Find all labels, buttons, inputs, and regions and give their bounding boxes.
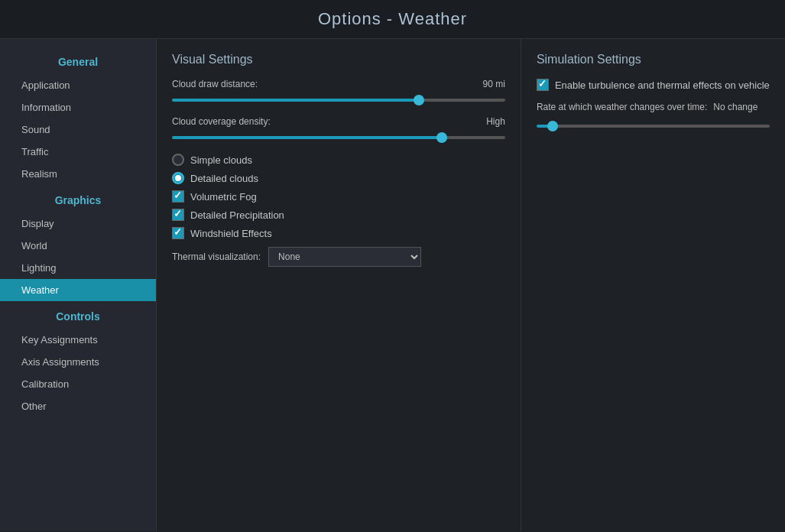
sidebar-header-general: General: [0, 47, 156, 74]
simulation-settings-panel: Simulation Settings Enable turbulence an…: [521, 39, 785, 531]
volumetric-fog-label: Volumetric Fog: [190, 191, 257, 203]
simple-clouds-row: Simple clouds: [172, 154, 505, 166]
detailed-precipitation-label: Detailed Precipitation: [190, 209, 284, 221]
detailed-clouds-radio[interactable]: [172, 172, 184, 184]
sidebar-item-sound[interactable]: Sound: [0, 118, 156, 141]
turbulence-row: Enable turbulence and thermal effects on…: [537, 79, 770, 91]
sidebar-item-traffic[interactable]: Traffic: [0, 141, 156, 163]
simple-clouds-radio[interactable]: [172, 154, 184, 166]
sidebar-item-application[interactable]: Application: [0, 74, 156, 96]
thermal-viz-select[interactable]: None Low Medium High: [268, 247, 421, 267]
detailed-clouds-label: Detailed clouds: [190, 173, 258, 184]
rate-row: Rate at which weather changes over time:…: [537, 102, 770, 112]
visual-settings-panel: Visual Settings Cloud draw distance: 90 …: [157, 39, 521, 531]
page-title: Options - Weather: [0, 0, 785, 39]
simple-clouds-label: Simple clouds: [190, 154, 252, 166]
sidebar-item-realism[interactable]: Realism: [0, 163, 156, 185]
sidebar-header-controls: Controls: [0, 301, 156, 329]
cloud-coverage-density-label: Cloud coverage density:: [172, 116, 271, 127]
thermal-viz-label: Thermal visualization:: [172, 251, 261, 262]
rate-value: No change: [713, 102, 757, 112]
rate-label: Rate at which weather changes over time:: [537, 102, 707, 112]
sidebar-item-axis-assignments[interactable]: Axis Assignments: [0, 351, 156, 373]
cloud-draw-distance-container: Cloud draw distance: 90 mi: [172, 79, 505, 104]
visual-settings-title: Visual Settings: [172, 53, 505, 66]
rate-slider[interactable]: [537, 125, 770, 128]
turbulence-label: Enable turbulence and thermal effects on…: [555, 79, 770, 91]
cloud-coverage-density-value: High: [486, 116, 505, 127]
sidebar-item-world[interactable]: World: [0, 235, 156, 257]
detailed-precipitation-checkbox[interactable]: [172, 209, 184, 221]
simulation-settings-title: Simulation Settings: [537, 53, 770, 66]
sidebar-item-weather[interactable]: Weather: [0, 279, 156, 301]
sidebar-item-display[interactable]: Display: [0, 212, 156, 235]
content-area: Visual Settings Cloud draw distance: 90 …: [157, 39, 785, 531]
cloud-type-group: Simple clouds Detailed clouds: [172, 154, 505, 184]
cloud-coverage-density-container: Cloud coverage density: High: [172, 116, 505, 141]
cloud-draw-distance-label: Cloud draw distance:: [172, 79, 258, 89]
sidebar-item-other[interactable]: Other: [0, 395, 156, 417]
sidebar-item-key-assignments[interactable]: Key Assignments: [0, 329, 156, 351]
windshield-effects-label: Windshield Effects: [190, 228, 272, 239]
windshield-effects-row: Windshield Effects: [172, 227, 505, 239]
detailed-precipitation-row: Detailed Precipitation: [172, 209, 505, 221]
cloud-draw-distance-value: 90 mi: [483, 79, 505, 89]
sidebar-header-graphics: Graphics: [0, 185, 156, 212]
windshield-effects-checkbox[interactable]: [172, 227, 184, 239]
cloud-coverage-density-slider[interactable]: [172, 136, 505, 139]
volumetric-fog-checkbox[interactable]: [172, 190, 184, 203]
detailed-clouds-row: Detailed clouds: [172, 172, 505, 184]
volumetric-fog-row: Volumetric Fog: [172, 190, 505, 203]
sidebar-item-information[interactable]: Information: [0, 96, 156, 118]
cloud-draw-distance-slider[interactable]: [172, 99, 505, 102]
sidebar: GeneralApplicationInformationSoundTraffi…: [0, 39, 157, 531]
sidebar-item-calibration[interactable]: Calibration: [0, 373, 156, 395]
thermal-viz-row: Thermal visualization: None Low Medium H…: [172, 247, 505, 267]
sidebar-item-lighting[interactable]: Lighting: [0, 257, 156, 279]
turbulence-checkbox[interactable]: [537, 79, 549, 91]
